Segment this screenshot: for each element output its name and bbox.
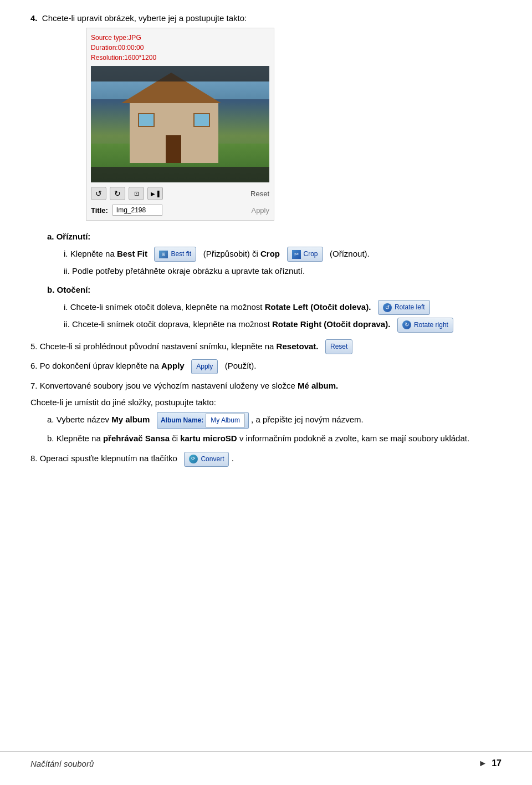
step7b-text: b. Klepněte na přehrávač Sansa či kartu … bbox=[47, 434, 469, 443]
source-type: Source type:JPG bbox=[91, 33, 269, 43]
editor-panel: Source type:JPG Duration:00:00:00 Resolu… bbox=[86, 28, 274, 221]
step7a-text: a. Vyberte název My album bbox=[47, 415, 150, 425]
title-label: Title: bbox=[91, 206, 108, 215]
page-content: 4. Chcete-li upravit obrázek, vyberte je… bbox=[0, 0, 532, 513]
house-image bbox=[91, 66, 269, 182]
bestfit-label: Best fit bbox=[171, 248, 191, 260]
a-i-suffix: (Oříznout). bbox=[330, 249, 370, 258]
step6: 6. Po dokončení úprav klepněte na Apply … bbox=[30, 359, 502, 374]
section-b-label: b. Otočení: bbox=[47, 283, 502, 297]
section-a-ii: ii. Podle potřeby přetáhněte okraje obrá… bbox=[64, 264, 502, 278]
page-footer: Načítání souborů ► 17 bbox=[0, 751, 532, 768]
step4-text: Chcete-li upravit obrázek, vyberte jej a… bbox=[42, 13, 247, 23]
apply-bold: Apply bbox=[161, 361, 185, 370]
section-b-i: i. Chcete-li snímek otočit doleva, klepn… bbox=[64, 300, 502, 315]
microsd-bold: kartu microSD bbox=[180, 434, 237, 443]
editor-toolbar: ↺ ↻ ⊡ ▶▐ Reset bbox=[91, 187, 269, 200]
b-ii-text: ii. Chcete-li snímek otočit doprava, kle… bbox=[64, 319, 390, 329]
my-album-bold: My album bbox=[111, 415, 150, 425]
rotate-left-bold: Rotate Left (Otočit doleva). bbox=[265, 302, 371, 312]
rotate-right-icon bbox=[402, 320, 411, 329]
editor-info: Source type:JPG Duration:00:00:00 Resolu… bbox=[91, 33, 269, 63]
step7-text: 7. Konvertované soubory jsou ve výchozím… bbox=[30, 381, 338, 390]
bottom-bar bbox=[91, 167, 269, 182]
house-door bbox=[166, 135, 181, 163]
video-tool[interactable]: ▶▐ bbox=[147, 187, 163, 200]
step7-sub: Chcete-li je umístit do jiné složky, pos… bbox=[30, 395, 502, 410]
editor-panel-container: Source type:JPG Duration:00:00:00 Resolu… bbox=[53, 28, 502, 221]
top-bar bbox=[91, 66, 269, 81]
step4-num: 4. bbox=[30, 13, 38, 23]
album-name-ui[interactable]: Album Name: My Album bbox=[157, 412, 249, 429]
a-i-text: i. Klepněte na Best Fit bbox=[64, 249, 147, 258]
rotate-right-tool[interactable]: ↻ bbox=[110, 187, 125, 200]
section-b-bold: b. Otočení: bbox=[47, 285, 90, 294]
sansa-bold: přehrávač Sansa bbox=[103, 434, 170, 443]
step4-heading: 4. Chcete-li upravit obrázek, vyberte je… bbox=[30, 11, 502, 26]
bestfit-icon: ⊞ bbox=[159, 251, 168, 258]
section-a-label: a. Oříznutí: bbox=[47, 230, 502, 244]
reset-ui-btn[interactable]: Reset bbox=[325, 339, 352, 354]
apply-button-greyed[interactable]: Apply bbox=[251, 206, 269, 215]
step8-suffix: . bbox=[232, 453, 234, 463]
footer-left-text: Načítání souborů bbox=[30, 759, 94, 768]
album-name-label: Album Name: bbox=[161, 415, 203, 426]
reset-button[interactable]: Reset bbox=[250, 190, 269, 198]
step7a: a. Vyberte název My album Album Name: My… bbox=[47, 412, 502, 429]
rotate-right-btn[interactable]: Rotate right bbox=[397, 318, 453, 333]
section-b-ii: ii. Chcete-li snímek otočit doprava, kle… bbox=[64, 317, 502, 333]
crop-label: Crop bbox=[304, 248, 318, 260]
step6-suffix: (Použít). bbox=[225, 361, 257, 370]
window-left bbox=[138, 113, 155, 127]
convert-btn[interactable]: Convert bbox=[184, 452, 229, 467]
editor-image-area bbox=[91, 66, 269, 182]
section-a-bold: a. Oříznutí: bbox=[47, 232, 90, 241]
apply-ui-btn[interactable]: Apply bbox=[191, 359, 218, 374]
convert-label: Convert bbox=[201, 453, 224, 465]
window-right bbox=[193, 113, 210, 127]
resolution: Resolution:1600*1200 bbox=[91, 53, 269, 63]
resetovat-bold: Resetovat. bbox=[277, 341, 319, 351]
crop-icon: ✂ bbox=[292, 250, 301, 259]
me-album-bold: Mé album. bbox=[298, 381, 338, 390]
rotate-right-label: Rotate right bbox=[414, 319, 448, 331]
step8: 8. Operaci spusťte klepnutím na tlačítko… bbox=[30, 451, 502, 467]
step5-text: 5. Chcete-li si prohlédnout původní nast… bbox=[30, 341, 318, 351]
editor-title-row: Title: Apply bbox=[91, 205, 269, 216]
convert-icon bbox=[189, 455, 198, 463]
step7b: b. Klepněte na přehrávač Sansa či kartu … bbox=[47, 431, 502, 446]
rotate-right-bold: Rotate Right (Otočit doprava). bbox=[272, 319, 390, 329]
rotate-left-label: Rotate left bbox=[395, 302, 425, 313]
step5: 5. Chcete-li si prohlédnout původní nast… bbox=[30, 339, 502, 355]
crop-tool[interactable]: ⊡ bbox=[129, 187, 144, 200]
footer-right: ► 17 bbox=[478, 758, 502, 768]
step7: 7. Konvertované soubory jsou ve výchozím… bbox=[30, 379, 502, 393]
a-ii-text: ii. Podle potřeby přetáhněte okraje obrá… bbox=[64, 266, 305, 276]
title-input[interactable] bbox=[112, 205, 162, 216]
step7a-suffix: , a přepište jej novým názvem. bbox=[251, 415, 364, 425]
bestfit-btn[interactable]: ⊞ Best fit bbox=[154, 247, 196, 262]
bestfit-bold: Best Fit bbox=[117, 249, 147, 258]
page-arrow-icon: ► bbox=[478, 758, 487, 768]
step6-text: 6. Po dokončení úprav klepněte na Apply bbox=[30, 361, 185, 370]
rotate-left-icon bbox=[383, 303, 392, 312]
b-i-text: i. Chcete-li snímek otočit doleva, klepn… bbox=[64, 302, 371, 312]
duration: Duration:00:00:00 bbox=[91, 43, 269, 53]
page-number: 17 bbox=[492, 758, 502, 768]
rotate-left-tool[interactable]: ↺ bbox=[91, 187, 106, 200]
step7-suffix: Chcete-li je umístit do jiné složky, pos… bbox=[30, 397, 216, 407]
crop-bold: Crop bbox=[260, 249, 280, 258]
section-a-i: i. Klepněte na Best Fit ⊞ Best fit (Přiz… bbox=[64, 247, 502, 262]
step8-text: 8. Operaci spusťte klepnutím na tlačítko bbox=[30, 453, 177, 463]
album-name-value: My Album bbox=[206, 414, 245, 427]
rotate-left-btn[interactable]: Rotate left bbox=[378, 300, 430, 315]
a-i-middle: (Přizpůsobit) či Crop bbox=[203, 249, 280, 258]
crop-btn[interactable]: ✂ Crop bbox=[287, 247, 323, 262]
